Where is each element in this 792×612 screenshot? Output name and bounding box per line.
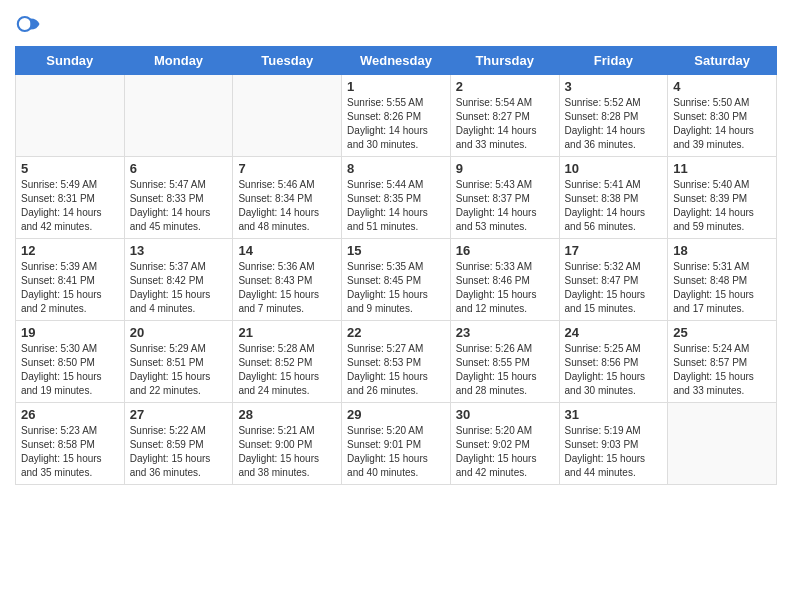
day-info: Sunrise: 5:31 AM Sunset: 8:48 PM Dayligh… <box>673 260 771 316</box>
calendar-cell: 22Sunrise: 5:27 AM Sunset: 8:53 PM Dayli… <box>342 321 451 403</box>
calendar-cell: 21Sunrise: 5:28 AM Sunset: 8:52 PM Dayli… <box>233 321 342 403</box>
logo[interactable] <box>15 10 47 38</box>
day-info: Sunrise: 5:54 AM Sunset: 8:27 PM Dayligh… <box>456 96 554 152</box>
day-number: 23 <box>456 325 554 340</box>
day-info: Sunrise: 5:29 AM Sunset: 8:51 PM Dayligh… <box>130 342 228 398</box>
calendar-table: SundayMondayTuesdayWednesdayThursdayFrid… <box>15 46 777 485</box>
day-info: Sunrise: 5:22 AM Sunset: 8:59 PM Dayligh… <box>130 424 228 480</box>
page-header <box>15 10 777 38</box>
calendar-cell: 27Sunrise: 5:22 AM Sunset: 8:59 PM Dayli… <box>124 403 233 485</box>
day-number: 15 <box>347 243 445 258</box>
day-number: 2 <box>456 79 554 94</box>
day-number: 19 <box>21 325 119 340</box>
day-info: Sunrise: 5:44 AM Sunset: 8:35 PM Dayligh… <box>347 178 445 234</box>
day-number: 30 <box>456 407 554 422</box>
calendar-cell: 4Sunrise: 5:50 AM Sunset: 8:30 PM Daylig… <box>668 75 777 157</box>
calendar-cell: 20Sunrise: 5:29 AM Sunset: 8:51 PM Dayli… <box>124 321 233 403</box>
day-of-week-header: Saturday <box>668 47 777 75</box>
calendar-cell: 8Sunrise: 5:44 AM Sunset: 8:35 PM Daylig… <box>342 157 451 239</box>
day-info: Sunrise: 5:20 AM Sunset: 9:02 PM Dayligh… <box>456 424 554 480</box>
day-info: Sunrise: 5:35 AM Sunset: 8:45 PM Dayligh… <box>347 260 445 316</box>
calendar-cell: 23Sunrise: 5:26 AM Sunset: 8:55 PM Dayli… <box>450 321 559 403</box>
day-info: Sunrise: 5:27 AM Sunset: 8:53 PM Dayligh… <box>347 342 445 398</box>
calendar-week-row: 26Sunrise: 5:23 AM Sunset: 8:58 PM Dayli… <box>16 403 777 485</box>
day-info: Sunrise: 5:49 AM Sunset: 8:31 PM Dayligh… <box>21 178 119 234</box>
day-info: Sunrise: 5:55 AM Sunset: 8:26 PM Dayligh… <box>347 96 445 152</box>
day-info: Sunrise: 5:37 AM Sunset: 8:42 PM Dayligh… <box>130 260 228 316</box>
day-number: 18 <box>673 243 771 258</box>
day-number: 5 <box>21 161 119 176</box>
day-of-week-header: Tuesday <box>233 47 342 75</box>
calendar-cell: 24Sunrise: 5:25 AM Sunset: 8:56 PM Dayli… <box>559 321 668 403</box>
day-number: 10 <box>565 161 663 176</box>
day-number: 11 <box>673 161 771 176</box>
day-info: Sunrise: 5:23 AM Sunset: 8:58 PM Dayligh… <box>21 424 119 480</box>
calendar-cell: 11Sunrise: 5:40 AM Sunset: 8:39 PM Dayli… <box>668 157 777 239</box>
calendar-cell: 9Sunrise: 5:43 AM Sunset: 8:37 PM Daylig… <box>450 157 559 239</box>
day-number: 1 <box>347 79 445 94</box>
calendar-week-row: 5Sunrise: 5:49 AM Sunset: 8:31 PM Daylig… <box>16 157 777 239</box>
logo-icon <box>15 10 43 38</box>
calendar-cell: 26Sunrise: 5:23 AM Sunset: 8:58 PM Dayli… <box>16 403 125 485</box>
day-number: 4 <box>673 79 771 94</box>
calendar-cell: 7Sunrise: 5:46 AM Sunset: 8:34 PM Daylig… <box>233 157 342 239</box>
day-info: Sunrise: 5:43 AM Sunset: 8:37 PM Dayligh… <box>456 178 554 234</box>
day-info: Sunrise: 5:24 AM Sunset: 8:57 PM Dayligh… <box>673 342 771 398</box>
calendar-cell: 17Sunrise: 5:32 AM Sunset: 8:47 PM Dayli… <box>559 239 668 321</box>
day-number: 9 <box>456 161 554 176</box>
calendar-cell: 16Sunrise: 5:33 AM Sunset: 8:46 PM Dayli… <box>450 239 559 321</box>
day-number: 7 <box>238 161 336 176</box>
day-of-week-header: Wednesday <box>342 47 451 75</box>
day-info: Sunrise: 5:20 AM Sunset: 9:01 PM Dayligh… <box>347 424 445 480</box>
day-number: 25 <box>673 325 771 340</box>
day-number: 22 <box>347 325 445 340</box>
day-info: Sunrise: 5:21 AM Sunset: 9:00 PM Dayligh… <box>238 424 336 480</box>
calendar-cell: 6Sunrise: 5:47 AM Sunset: 8:33 PM Daylig… <box>124 157 233 239</box>
day-info: Sunrise: 5:46 AM Sunset: 8:34 PM Dayligh… <box>238 178 336 234</box>
calendar-cell: 19Sunrise: 5:30 AM Sunset: 8:50 PM Dayli… <box>16 321 125 403</box>
calendar-cell: 3Sunrise: 5:52 AM Sunset: 8:28 PM Daylig… <box>559 75 668 157</box>
calendar-cell: 2Sunrise: 5:54 AM Sunset: 8:27 PM Daylig… <box>450 75 559 157</box>
day-info: Sunrise: 5:26 AM Sunset: 8:55 PM Dayligh… <box>456 342 554 398</box>
svg-point-0 <box>18 17 32 31</box>
day-of-week-header: Friday <box>559 47 668 75</box>
day-number: 12 <box>21 243 119 258</box>
day-number: 28 <box>238 407 336 422</box>
day-info: Sunrise: 5:33 AM Sunset: 8:46 PM Dayligh… <box>456 260 554 316</box>
calendar-cell: 5Sunrise: 5:49 AM Sunset: 8:31 PM Daylig… <box>16 157 125 239</box>
day-number: 3 <box>565 79 663 94</box>
calendar-cell: 12Sunrise: 5:39 AM Sunset: 8:41 PM Dayli… <box>16 239 125 321</box>
day-info: Sunrise: 5:36 AM Sunset: 8:43 PM Dayligh… <box>238 260 336 316</box>
calendar-week-row: 12Sunrise: 5:39 AM Sunset: 8:41 PM Dayli… <box>16 239 777 321</box>
calendar-cell: 29Sunrise: 5:20 AM Sunset: 9:01 PM Dayli… <box>342 403 451 485</box>
day-info: Sunrise: 5:19 AM Sunset: 9:03 PM Dayligh… <box>565 424 663 480</box>
day-info: Sunrise: 5:41 AM Sunset: 8:38 PM Dayligh… <box>565 178 663 234</box>
day-info: Sunrise: 5:25 AM Sunset: 8:56 PM Dayligh… <box>565 342 663 398</box>
calendar-week-row: 1Sunrise: 5:55 AM Sunset: 8:26 PM Daylig… <box>16 75 777 157</box>
calendar-cell: 15Sunrise: 5:35 AM Sunset: 8:45 PM Dayli… <box>342 239 451 321</box>
day-info: Sunrise: 5:52 AM Sunset: 8:28 PM Dayligh… <box>565 96 663 152</box>
day-number: 8 <box>347 161 445 176</box>
day-number: 26 <box>21 407 119 422</box>
day-of-week-header: Monday <box>124 47 233 75</box>
day-number: 6 <box>130 161 228 176</box>
calendar-cell <box>668 403 777 485</box>
calendar-cell <box>16 75 125 157</box>
day-info: Sunrise: 5:40 AM Sunset: 8:39 PM Dayligh… <box>673 178 771 234</box>
day-number: 17 <box>565 243 663 258</box>
day-number: 31 <box>565 407 663 422</box>
calendar-cell: 1Sunrise: 5:55 AM Sunset: 8:26 PM Daylig… <box>342 75 451 157</box>
calendar-cell: 14Sunrise: 5:36 AM Sunset: 8:43 PM Dayli… <box>233 239 342 321</box>
calendar-header-row: SundayMondayTuesdayWednesdayThursdayFrid… <box>16 47 777 75</box>
calendar-cell: 31Sunrise: 5:19 AM Sunset: 9:03 PM Dayli… <box>559 403 668 485</box>
day-info: Sunrise: 5:30 AM Sunset: 8:50 PM Dayligh… <box>21 342 119 398</box>
day-info: Sunrise: 5:47 AM Sunset: 8:33 PM Dayligh… <box>130 178 228 234</box>
day-info: Sunrise: 5:39 AM Sunset: 8:41 PM Dayligh… <box>21 260 119 316</box>
day-number: 29 <box>347 407 445 422</box>
calendar-cell: 28Sunrise: 5:21 AM Sunset: 9:00 PM Dayli… <box>233 403 342 485</box>
calendar-cell: 25Sunrise: 5:24 AM Sunset: 8:57 PM Dayli… <box>668 321 777 403</box>
day-number: 24 <box>565 325 663 340</box>
day-number: 20 <box>130 325 228 340</box>
calendar-cell: 10Sunrise: 5:41 AM Sunset: 8:38 PM Dayli… <box>559 157 668 239</box>
day-of-week-header: Sunday <box>16 47 125 75</box>
